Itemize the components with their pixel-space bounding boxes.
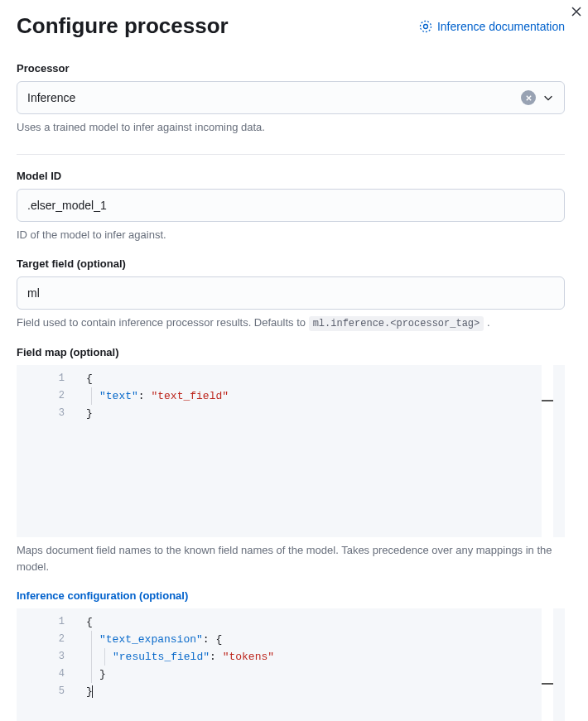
inference-config-label[interactable]: Inference configuration (optional) xyxy=(17,589,565,602)
target-field-input[interactable] xyxy=(17,276,565,310)
field-map-editor[interactable]: 123 {"text": "text_field"} xyxy=(17,365,565,537)
help-icon xyxy=(419,20,432,33)
page-title: Configure processor xyxy=(17,13,229,39)
scroll-container[interactable]: Configure processor Inference documentat… xyxy=(0,0,588,721)
target-field-label: Target field (optional) xyxy=(17,257,565,270)
processor-select[interactable]: Inference xyxy=(17,81,565,114)
close-icon[interactable] xyxy=(570,5,583,18)
field-map-label: Field map (optional) xyxy=(17,346,565,358)
divider xyxy=(17,154,565,155)
field-map-description: Maps document field names to the known f… xyxy=(17,542,565,574)
model-id-description: ID of the model to infer against. xyxy=(17,227,565,243)
svg-point-0 xyxy=(420,21,431,31)
svg-point-1 xyxy=(423,24,427,28)
processor-label: Processor xyxy=(17,62,565,75)
doc-link-label: Inference documentation xyxy=(437,20,565,33)
processor-value: Inference xyxy=(27,91,521,104)
processor-description: Uses a trained model to infer against in… xyxy=(17,119,565,136)
chevron-down-icon[interactable] xyxy=(542,92,554,103)
model-id-label: Model ID xyxy=(17,170,565,182)
inference-documentation-link[interactable]: Inference documentation xyxy=(419,20,565,33)
clear-icon[interactable] xyxy=(521,90,536,105)
model-id-input[interactable] xyxy=(17,189,565,222)
target-field-description: Field used to contain inference processo… xyxy=(17,315,565,331)
inference-config-editor[interactable]: 12345 {"text_expansion": {"results_field… xyxy=(17,608,565,721)
